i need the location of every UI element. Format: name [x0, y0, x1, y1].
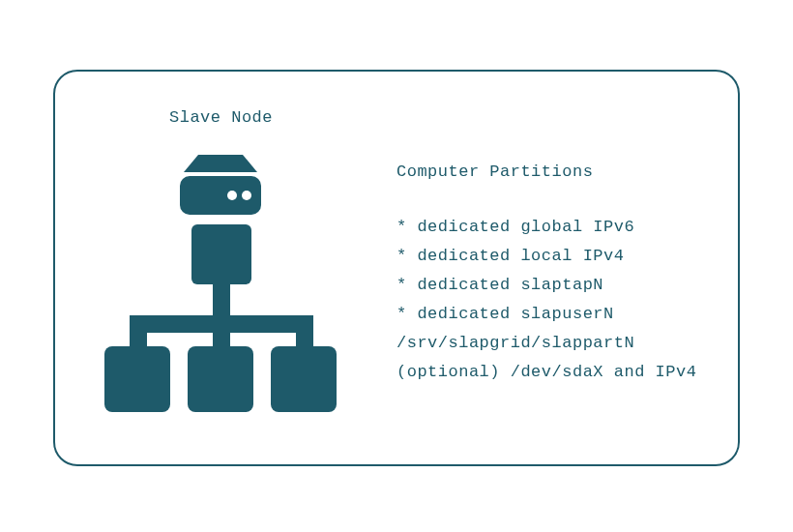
list-item: * dedicated global IPv6: [396, 213, 696, 242]
svg-rect-11: [188, 346, 253, 412]
partitions-heading: Computer Partitions: [396, 163, 593, 181]
svg-rect-9: [296, 333, 313, 346]
list-item: * dedicated slaptapN: [396, 271, 696, 300]
svg-point-3: [242, 191, 251, 200]
svg-rect-8: [213, 333, 230, 346]
svg-rect-12: [271, 346, 337, 412]
list-item: /srv/slapgrid/slappartN: [396, 329, 696, 358]
node-title: Slave Node: [169, 108, 273, 127]
server-hierarchy-icon: [95, 145, 346, 426]
list-item: * dedicated local IPv4: [396, 242, 696, 271]
partitions-list: * dedicated global IPv6 * dedicated loca…: [396, 213, 696, 387]
svg-rect-4: [191, 224, 251, 284]
list-item: * dedicated slapuserN: [396, 300, 696, 329]
svg-point-2: [227, 191, 237, 200]
svg-marker-0: [184, 155, 257, 172]
svg-rect-7: [130, 333, 147, 346]
svg-rect-10: [104, 346, 170, 412]
svg-rect-6: [130, 315, 313, 333]
list-item: (optional) /dev/sdaX and IPv4: [396, 358, 696, 387]
